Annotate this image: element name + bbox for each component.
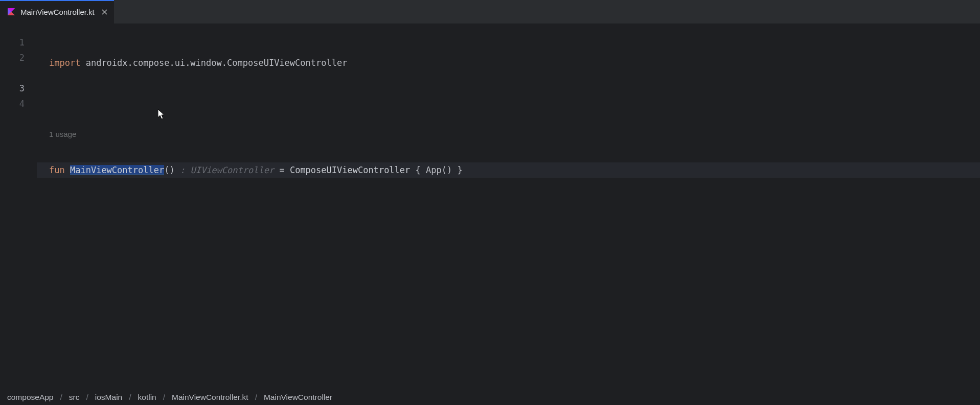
code-line[interactable]: import androidx.compose.ui.window.Compos…	[37, 55, 980, 70]
line-number[interactable]: 3	[0, 81, 37, 96]
breadcrumb-item[interactable]: src	[69, 393, 80, 402]
type-hint-colon: :	[180, 165, 190, 175]
line-number[interactable]: 4	[0, 96, 37, 111]
breadcrumb-separator: /	[86, 393, 88, 402]
line-number[interactable]: 2	[0, 50, 37, 65]
code-editor[interactable]: 1 2 3 4 import androidx.compose.ui.windo…	[0, 23, 980, 389]
breadcrumb-bar: composeApp / src / iosMain / kotlin / Ma…	[0, 389, 980, 405]
function-body: { App() }	[410, 165, 462, 175]
file-tab[interactable]: MainViewController.kt	[0, 0, 114, 23]
usage-hint[interactable]: 1 usage	[37, 127, 980, 142]
breadcrumb-separator: /	[60, 393, 62, 402]
breadcrumb-item[interactable]: iosMain	[95, 393, 122, 402]
code-area[interactable]: import androidx.compose.ui.window.Compos…	[37, 23, 980, 389]
mouse-cursor-icon	[158, 109, 166, 121]
kotlin-file-icon	[7, 8, 15, 16]
function-name[interactable]: MainViewController	[70, 165, 164, 175]
breadcrumb-item[interactable]: kotlin	[138, 393, 156, 402]
tab-file-name: MainViewController.kt	[20, 8, 95, 16]
line-number[interactable]: 1	[0, 35, 37, 50]
breadcrumb-item[interactable]: composeApp	[7, 393, 53, 402]
breadcrumb-separator: /	[163, 393, 165, 402]
breadcrumb-item[interactable]: MainViewController.kt	[172, 393, 248, 402]
close-tab-button[interactable]	[100, 7, 110, 17]
breadcrumb-separator: /	[255, 393, 257, 402]
type-hint: UIViewController	[190, 165, 274, 175]
code-line[interactable]: fun MainViewController() : UIViewControl…	[37, 162, 980, 178]
code-line-empty[interactable]	[37, 91, 980, 106]
breadcrumb-item[interactable]: MainViewController	[264, 393, 332, 402]
code-line-empty[interactable]	[37, 198, 980, 213]
keyword: fun	[49, 165, 65, 175]
parens: ()	[164, 165, 174, 175]
breadcrumb-separator: /	[129, 393, 131, 402]
function-call: ComposeUIViewController	[290, 165, 410, 175]
package-ref: androidx.compose.ui.window.ComposeUIView…	[86, 58, 348, 68]
gutter: 1 2 3 4	[0, 23, 37, 389]
keyword: import	[49, 58, 80, 68]
editor-scrollbar[interactable]	[973, 23, 980, 389]
tab-bar: MainViewController.kt	[0, 0, 980, 23]
equals: =	[274, 165, 290, 175]
